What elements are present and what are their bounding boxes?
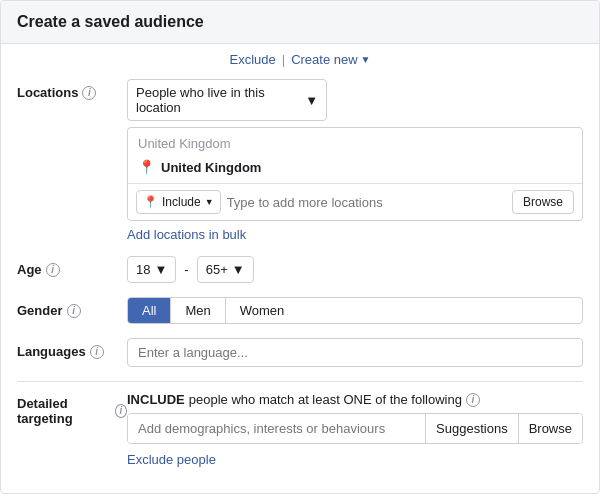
gender-row: Gender i All Men Women [17, 297, 583, 324]
exclude-people-link[interactable]: Exclude people [127, 452, 583, 467]
location-box: United Kingdom 📍 United Kingdom 📍 Includ… [127, 127, 583, 221]
section-divider [17, 381, 583, 382]
age-info-icon[interactable]: i [46, 263, 60, 277]
include-caret-icon: ▼ [205, 197, 214, 207]
pin-icon: 📍 [138, 159, 155, 175]
detailed-targeting-row: Detailed targeting i INCLUDE people who … [17, 392, 583, 467]
age-label: Age i [17, 256, 127, 277]
location-type-dropdown[interactable]: People who live in this location ▼ [127, 79, 327, 121]
include-dropdown[interactable]: 📍 Include ▼ [136, 190, 221, 214]
age-content: 18 ▼ - 65+ ▼ [127, 256, 583, 283]
age-controls: 18 ▼ - 65+ ▼ [127, 256, 583, 283]
location-search-hint: United Kingdom [128, 128, 582, 155]
age-max-dropdown[interactable]: 65+ ▼ [197, 256, 254, 283]
dt-description: INCLUDE people who match at least ONE of… [127, 392, 583, 407]
locations-info-icon[interactable]: i [82, 86, 96, 100]
add-locations-bulk-link[interactable]: Add locations in bulk [127, 227, 583, 242]
age-min-value: 18 [136, 262, 150, 277]
detailed-targeting-label: Detailed targeting i [17, 392, 127, 426]
include-label: Include [162, 195, 201, 209]
age-dash: - [184, 262, 188, 277]
create-new-link[interactable]: Create new ▼ [291, 52, 370, 67]
dt-input-row: Suggestions Browse [127, 413, 583, 444]
gender-content: All Men Women [127, 297, 583, 324]
dt-text-input[interactable] [128, 414, 425, 443]
languages-label: Languages i [17, 338, 127, 359]
detailed-targeting-info-icon[interactable]: i [115, 404, 127, 418]
gender-all-button[interactable]: All [128, 298, 171, 323]
languages-info-icon[interactable]: i [90, 345, 104, 359]
link-separator: | [282, 52, 285, 67]
age-row: Age i 18 ▼ - 65+ ▼ [17, 256, 583, 283]
exclude-link-top[interactable]: Exclude [229, 52, 275, 67]
gender-button-group: All Men Women [127, 297, 583, 324]
location-text-input[interactable] [227, 195, 506, 210]
dt-suggestions-button[interactable]: Suggestions [425, 414, 518, 443]
create-new-label: Create new [291, 52, 357, 67]
locations-row: Locations i People who live in this loca… [17, 79, 583, 242]
dt-description-info-icon[interactable]: i [466, 393, 480, 407]
dt-description-rest: people who match at least ONE of the fol… [189, 392, 462, 407]
location-type-value: People who live in this location [136, 85, 305, 115]
create-new-caret-icon: ▼ [361, 54, 371, 65]
location-type-caret-icon: ▼ [305, 93, 318, 108]
dt-include-text: INCLUDE [127, 392, 185, 407]
locations-content: People who live in this location ▼ Unite… [127, 79, 583, 242]
location-browse-button[interactable]: Browse [512, 190, 574, 214]
location-selected-name: United Kingdom [161, 160, 261, 175]
form-body: Locations i People who live in this loca… [1, 71, 599, 493]
age-min-caret-icon: ▼ [154, 262, 167, 277]
gender-label: Gender i [17, 297, 127, 318]
dt-browse-button[interactable]: Browse [518, 414, 582, 443]
age-max-caret-icon: ▼ [232, 262, 245, 277]
gender-men-button[interactable]: Men [171, 298, 225, 323]
modal-title: Create a saved audience [17, 13, 204, 30]
languages-row: Languages i [17, 338, 583, 367]
location-selected-item: 📍 United Kingdom [128, 155, 582, 183]
language-input[interactable] [127, 338, 583, 367]
age-min-dropdown[interactable]: 18 ▼ [127, 256, 176, 283]
gender-info-icon[interactable]: i [67, 304, 81, 318]
create-audience-modal: Create a saved audience Exclude | Create… [0, 0, 600, 494]
pin-small-icon: 📍 [143, 195, 158, 209]
detailed-targeting-content: INCLUDE people who match at least ONE of… [127, 392, 583, 467]
gender-women-button[interactable]: Women [226, 298, 299, 323]
locations-label: Locations i [17, 79, 127, 100]
top-links-bar: Exclude | Create new ▼ [1, 44, 599, 71]
location-input-row: 📍 Include ▼ Browse [128, 183, 582, 220]
modal-header: Create a saved audience [1, 1, 599, 44]
languages-content [127, 338, 583, 367]
age-max-value: 65+ [206, 262, 228, 277]
